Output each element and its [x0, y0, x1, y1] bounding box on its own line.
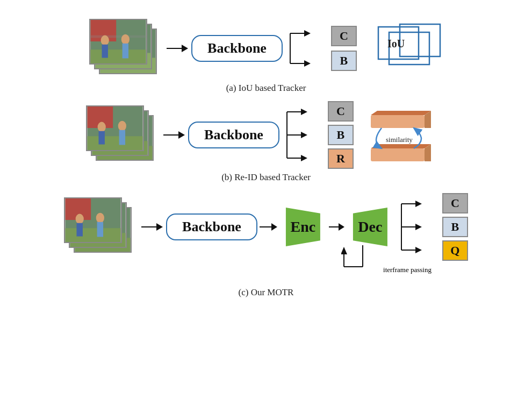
out-q-c: Q [442, 240, 468, 261]
svg-rect-51 [119, 130, 125, 145]
dec-box: Dec [349, 208, 392, 246]
arrow-to-dec [329, 223, 344, 231]
image-stack-a [89, 19, 159, 78]
out-b-a: B [331, 51, 357, 71]
out-b-c: B [442, 217, 468, 237]
row-c: Backbone Enc Dec [0, 189, 532, 265]
svg-point-83 [76, 214, 84, 224]
enc-box: Enc [282, 208, 325, 246]
out-b-b: B [328, 125, 354, 145]
caption-a: (a) IoU based Tracker [226, 83, 306, 94]
svg-point-20 [121, 34, 130, 45]
svg-marker-96 [415, 247, 422, 253]
svg-marker-26 [304, 60, 311, 67]
out-c-a: C [331, 26, 357, 46]
arrow-to-enc [260, 223, 277, 231]
svg-rect-82 [66, 228, 121, 242]
svg-marker-56 [301, 132, 307, 138]
svg-marker-58 [301, 155, 307, 161]
caption-c: (c) Our MOTR [239, 287, 294, 298]
arrow-to-backbone-b [163, 131, 185, 139]
svg-rect-49 [99, 131, 105, 145]
row-a-diagram: Backbone C B [89, 16, 443, 81]
svg-marker-24 [304, 30, 311, 37]
arrow-to-backbone-a [167, 45, 188, 52]
row-b: Backbone C B R [0, 100, 532, 170]
image-stack-c [64, 197, 134, 257]
svg-rect-21 [123, 44, 128, 59]
outputs-b: C B R [328, 101, 354, 169]
svg-rect-86 [97, 222, 103, 237]
backbone-b: Backbone [188, 122, 279, 148]
image-stack-b [86, 105, 156, 165]
svg-rect-84 [77, 223, 83, 237]
branch-svg-b [282, 100, 325, 170]
svg-marker-94 [415, 224, 422, 230]
main-container: Backbone C B [0, 0, 532, 413]
backbone-a: Backbone [191, 35, 283, 62]
svg-rect-47 [88, 136, 143, 150]
svg-point-18 [101, 35, 109, 46]
backbone-c: Backbone [166, 213, 257, 240]
row-b-diagram: Backbone C B R [86, 100, 446, 170]
svg-rect-19 [102, 45, 108, 58]
iterframe-svg [341, 245, 384, 277]
similarity-diagram: similarity [365, 110, 446, 161]
arrow-to-backbone-c [141, 223, 163, 231]
row-c-diagram: Backbone Enc Dec [64, 189, 468, 265]
row-a: Backbone C B [0, 16, 532, 81]
svg-rect-59 [371, 115, 425, 128]
svg-rect-29 [400, 24, 440, 56]
outputs-c: C B Q [442, 193, 468, 261]
svg-marker-60 [371, 111, 431, 115]
out-c-b: C [328, 101, 354, 122]
svg-rect-16 [91, 49, 146, 63]
svg-rect-62 [371, 148, 425, 161]
svg-marker-54 [301, 109, 307, 115]
caption-b: (b) Re-ID based Tracker [221, 172, 311, 183]
svg-rect-17 [91, 35, 146, 38]
svg-point-50 [118, 121, 126, 131]
svg-text:IoU: IoU [387, 38, 405, 49]
svg-marker-92 [415, 201, 422, 207]
out-c-c: C [442, 193, 468, 213]
iterframe-label: iterframe passing [383, 266, 432, 274]
svg-text:similarity: similarity [386, 136, 413, 144]
dec-container: Dec [347, 208, 394, 246]
out-r-b: R [328, 148, 354, 169]
svg-point-48 [98, 122, 106, 132]
outputs-a: C B [331, 26, 357, 71]
svg-point-85 [96, 213, 104, 223]
branch-svg-a [285, 19, 328, 78]
iou-diagram: IoU [373, 22, 443, 75]
branch-svg-c [396, 192, 439, 262]
